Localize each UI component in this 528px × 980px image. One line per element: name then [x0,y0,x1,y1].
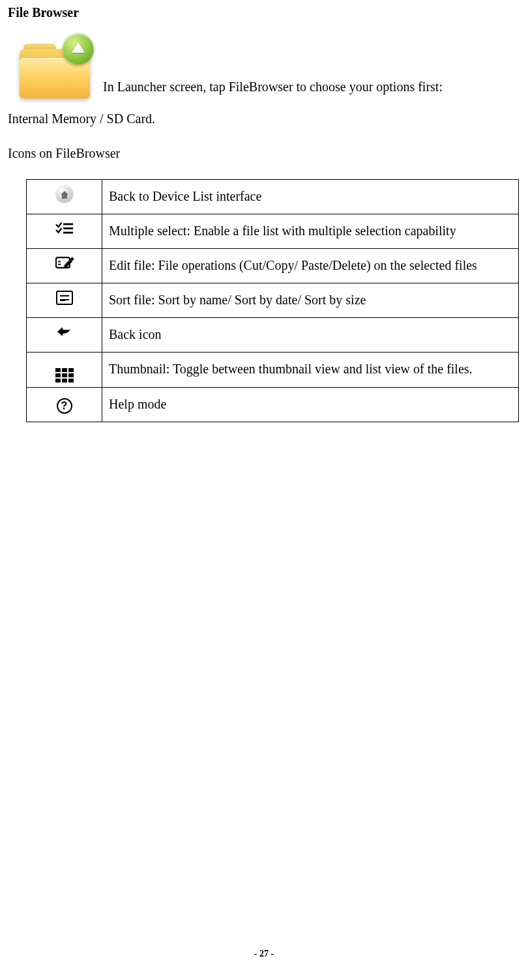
table-row: Edit file: File operations (Cut/Copy/ Pa… [27,249,519,283]
icon-cell [27,353,102,388]
svg-rect-0 [63,223,73,225]
filebrowser-app-icon [20,36,90,98]
table-row: Back icon [27,318,519,353]
section-title: File Browser [8,5,528,20]
edit-file-icon [55,255,74,270]
multiselect-icon [55,221,74,237]
icons-table: Back to Device List interface Multiple s… [26,179,519,422]
page-number: - 27 - [0,949,528,959]
icon-description: Sort file: Sort by name/ Sort by date/ S… [102,283,519,318]
icons-subheading: Icons on FileBrowser [8,146,528,161]
icon-description: Help mode [102,388,519,422]
home-icon [55,186,74,201]
table-row: Multiple select: Enable a file list with… [27,214,519,249]
icon-cell [27,249,102,283]
icon-description: Back to Device List interface [102,180,519,214]
table-row: Sort file: Sort by name/ Sort by date/ S… [27,283,519,318]
intro-text-line2: Internal Memory / SD Card. [8,111,528,126]
icon-cell [27,214,102,249]
svg-rect-1 [63,227,73,229]
table-row: Back to Device List interface [27,180,519,214]
help-icon: ? [55,398,74,414]
icon-description: Back icon [102,318,519,353]
table-row: ? Help mode [27,388,519,422]
icon-cell: ? [27,388,102,422]
icon-cell [27,318,102,353]
svg-rect-5 [58,264,61,265]
sort-file-icon [55,290,74,306]
table-row: Thumbnail: Toggle between thumbnail view… [27,353,519,388]
svg-rect-2 [63,232,73,234]
icon-description: Edit file: File operations (Cut/Copy/ Pa… [102,249,519,283]
intro-row: In Launcher screen, tap FileBrowser to c… [20,36,528,98]
thumbnail-icon [55,368,74,383]
icon-cell [27,180,102,214]
icon-cell [27,283,102,318]
intro-text-line1: In Launcher screen, tap FileBrowser to c… [103,79,443,98]
icon-description: Thumbnail: Toggle between thumbnail view… [102,353,519,388]
icon-description: Multiple select: Enable a file list with… [102,214,519,249]
svg-rect-4 [58,261,61,262]
back-icon [55,324,74,340]
